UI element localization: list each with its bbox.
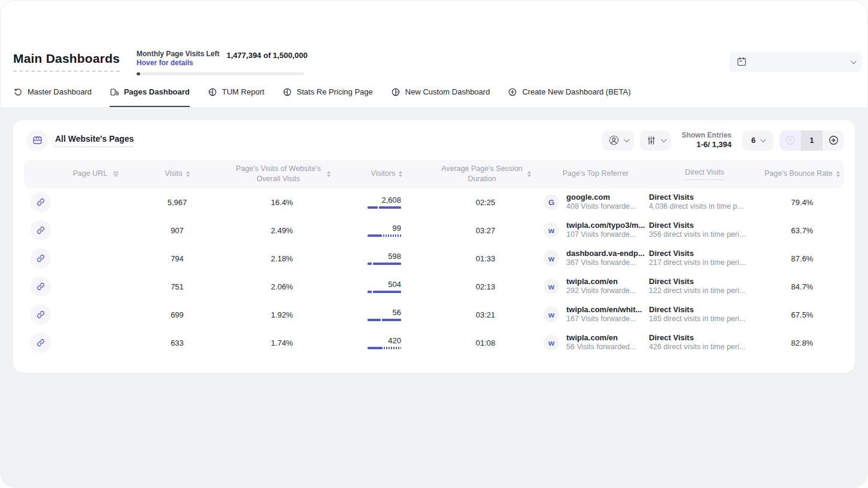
- page-link-button[interactable]: [31, 220, 51, 240]
- table-row: 5,967 16.4% 2,608 02:25 G google.com408 …: [24, 188, 844, 216]
- page-link-button[interactable]: [31, 248, 51, 269]
- tab-label: Create New Dashboard (BETA): [522, 87, 630, 96]
- page-header: Main Dashboards Monthly Page Visits Left…: [0, 0, 868, 75]
- visitors-bar: [368, 291, 401, 293]
- table-row: 794 2.18% 598 01:33 w dashboard.va-endp.…: [24, 245, 844, 273]
- page-link-button[interactable]: [31, 304, 51, 325]
- shown-entries: Shown Entries 1-6/ 1,394: [682, 131, 732, 150]
- visitors-cell: 420: [345, 336, 429, 349]
- next-page-button[interactable]: [823, 130, 844, 151]
- direct-visits-cell: Direct Visits 4,036 direct visits in tim…: [649, 193, 760, 212]
- shown-entries-label: Shown Entries: [682, 131, 732, 140]
- quota-details-link[interactable]: Hover for details: [136, 59, 219, 68]
- previous-page-button[interactable]: [779, 130, 801, 151]
- visitors-value: 56: [345, 308, 401, 317]
- table-grid-icon: [32, 135, 43, 146]
- page-title[interactable]: Main Dashboards: [13, 51, 120, 72]
- visitors-cell: 598: [345, 252, 429, 265]
- column-page-url: Page URL: [57, 165, 135, 182]
- column-duration[interactable]: Average Page's Session Duration: [429, 160, 542, 187]
- dashboard-circle-icon: [208, 87, 217, 97]
- visitors-value: 2,608: [345, 196, 401, 205]
- bounce-rate-value: 84.7%: [760, 282, 844, 291]
- arrow-right-circle-icon: [828, 135, 839, 146]
- visits-value: 794: [135, 254, 219, 263]
- column-direct-visits[interactable]: Direct Visits: [649, 164, 760, 184]
- referrer-domain[interactable]: twipla.com/en: [566, 277, 636, 286]
- column-visits-share[interactable]: Page's Visits of Website's Overall Visit…: [219, 160, 345, 187]
- bounce-rate-value: 87.6%: [760, 254, 844, 263]
- current-page-indicator[interactable]: 1: [801, 130, 823, 151]
- visits-value: 751: [135, 282, 219, 291]
- column-visits[interactable]: Visits: [135, 165, 219, 182]
- visits-value: 699: [135, 310, 219, 319]
- card-header: All Website's Pages: [24, 130, 844, 151]
- plus-circle-icon: [508, 87, 517, 97]
- visitors-value: 99: [345, 224, 401, 233]
- card-title[interactable]: All Website's Pages: [55, 134, 133, 147]
- visits-value: 907: [135, 226, 219, 235]
- referrer-detail: 107 Visits forwarde...: [566, 230, 645, 240]
- referrer-cell: w twipla.com/typo3/m...107 Visits forwar…: [542, 221, 649, 240]
- direct-visits-cell: Direct Visits 185 direct visits in time …: [649, 305, 760, 324]
- referrer-domain[interactable]: twipla.com/en/whit...: [566, 305, 642, 315]
- dashboard-circle-icon: [391, 87, 400, 97]
- date-range-picker[interactable]: [729, 51, 862, 72]
- visits-share-value: 2.18%: [219, 254, 345, 263]
- tab-master-dashboard[interactable]: Master Dashboard: [13, 87, 92, 107]
- referrer-domain[interactable]: dashboard.va-endp...: [566, 249, 645, 258]
- referrer-cell: w twipla.com/en292 Visits forwarde...: [542, 277, 649, 296]
- tab-label: TUM Report: [222, 87, 265, 96]
- tab-stats-re-pricing-page[interactable]: Stats Re Pricing Page: [283, 87, 373, 107]
- shown-entries-value: 1-6/ 1,394: [682, 140, 732, 150]
- page-link-button[interactable]: [31, 192, 51, 212]
- column-bounce-rate[interactable]: Page's Bounce Rate: [760, 165, 844, 182]
- referrer-cell: w twipla.com/en/whit...167 Visits forwar…: [542, 305, 649, 324]
- visitors-cell: 56: [345, 308, 429, 321]
- arrow-left-circle-icon: [785, 135, 796, 146]
- direct-detail: 217 direct visits in time peri...: [649, 258, 760, 268]
- referrer-domain[interactable]: twipla.com/typo3/m...: [566, 221, 645, 230]
- link-icon: [36, 254, 45, 263]
- referrer-cell: w twipla.com/en56 Visits forwarded...: [542, 333, 649, 352]
- link-icon: [36, 282, 45, 291]
- visits-share-value: 2.49%: [219, 226, 345, 235]
- direct-visits-cell: Direct Visits 122 direct visits in time …: [649, 277, 760, 296]
- filter-settings-button[interactable]: [640, 130, 671, 151]
- bounce-rate-value: 63.7%: [760, 226, 844, 235]
- referrer-favicon: w: [544, 335, 559, 350]
- visitors-bar: [368, 319, 401, 321]
- column-icon-spacer: [24, 170, 57, 178]
- quota-label: Monthly Page Visits Left: [136, 50, 219, 59]
- dashboard-circle-icon: [283, 87, 292, 97]
- direct-visits-cell: Direct Visits 217 direct visits in time …: [649, 249, 760, 268]
- direct-title: Direct Visits: [649, 333, 760, 343]
- tab-tum-report[interactable]: TUM Report: [208, 87, 265, 107]
- tab-new-custom-dashboard[interactable]: New Custom Dashboard: [391, 87, 490, 107]
- direct-detail: 356 direct visits in time peri...: [649, 230, 760, 240]
- referrer-domain[interactable]: google.com: [566, 193, 636, 202]
- visitors-value: 420: [345, 336, 401, 345]
- visitors-bar: [368, 347, 401, 349]
- filter-columns-icon[interactable]: [112, 170, 120, 178]
- quota-widget: Monthly Page Visits Left Hover for detai…: [136, 50, 308, 75]
- table-header-row: Page URL Visits Page's Visits of Website…: [24, 160, 844, 188]
- sort-icon: [327, 171, 330, 177]
- visits-value: 5,967: [135, 198, 219, 207]
- visitors-bar: [368, 263, 401, 265]
- app-window: Main Dashboards Monthly Page Visits Left…: [0, 0, 868, 488]
- visitor-segment-button[interactable]: [602, 130, 634, 151]
- page-size-select[interactable]: 6: [742, 130, 773, 151]
- referrer-detail: 408 Visits forwarde...: [566, 202, 636, 212]
- page-link-button[interactable]: [31, 276, 51, 297]
- link-icon: [36, 225, 45, 235]
- direct-detail: 185 direct visits in time peri...: [649, 315, 760, 324]
- referrer-domain[interactable]: twipla.com/en: [566, 333, 636, 343]
- tab-create-new-dashboard[interactable]: Create New Dashboard (BETA): [508, 87, 630, 107]
- tab-pages-dashboard[interactable]: Pages Dashboard: [110, 87, 190, 107]
- direct-visits-cell: Direct Visits 356 direct visits in time …: [649, 221, 760, 240]
- visits-value: 633: [135, 338, 219, 347]
- page-link-button[interactable]: [31, 333, 51, 353]
- card-controls: Shown Entries 1-6/ 1,394 6: [602, 130, 844, 151]
- column-visitors[interactable]: Visitors: [345, 165, 429, 182]
